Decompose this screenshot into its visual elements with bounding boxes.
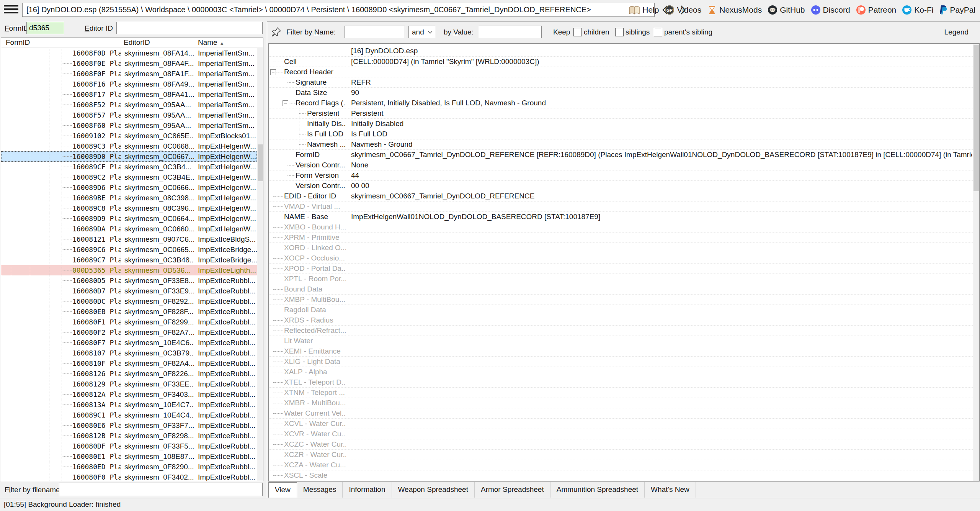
tree-row-xemi-emittance[interactable]: XEMI - Emittance: [269, 346, 973, 356]
table-row[interactable]: 16008F0E Placeskyrimesm_08FA4F...Imperia…: [1, 58, 257, 69]
tree-row-xocp-occlusio-[interactable]: XOCP - Occlusio...: [269, 253, 973, 263]
table-row[interactable]: 16009102 Placeskyrimesm_0C865E...ImpExtB…: [1, 131, 257, 141]
tree-row-xcvr-water-cu-[interactable]: XCVR - Water Cu...: [269, 429, 973, 439]
table-row[interactable]: 160089C6 Placeskyrimesm_0C0665...ImpExtI…: [1, 244, 257, 255]
table-row[interactable]: 160089BE Placeskyrimesm_08C398...ImpExtH…: [1, 193, 257, 203]
tree-row-version-contr-[interactable]: Version Contr...None: [269, 160, 973, 170]
table-row[interactable]: 160089DA Placeskyrimesm_0C0660...ImpExtH…: [1, 224, 257, 234]
tab-information[interactable]: Information: [343, 482, 392, 498]
table-row[interactable]: 160089D0 Placeskyrimesm_0C0667...ImpExtH…: [1, 151, 257, 162]
filter-value-input[interactable]: [479, 26, 542, 38]
checkbox-icon[interactable]: [573, 28, 582, 36]
table-row[interactable]: 16008121 Placeskyrimesm_0907C6...ImpExtI…: [1, 234, 257, 244]
menu-icon[interactable]: [4, 5, 18, 16]
table-row[interactable]: 160080D5 Placeskyrimesm_0F33E8...ImpExtI…: [1, 275, 257, 286]
right-scrollbar[interactable]: [973, 44, 979, 481]
tree-row-xczc-water-cur-[interactable]: XCZC - Water Cur...: [269, 439, 973, 449]
tree-row-persistent[interactable]: PersistentPersistent: [269, 108, 973, 118]
table-row[interactable]: 160089C1 Placeskyrimesm_10E4C4...ImpExtI…: [1, 410, 257, 420]
tree-row-xmbo-bound-h-[interactable]: XMBO - Bound H...: [269, 222, 973, 232]
table-row[interactable]: 16008F57 Placeskyrimesm_095AA...Imperial…: [1, 110, 257, 120]
table-row[interactable]: 1600812A Placeskyrimesm_0F3403...ImpExtI…: [1, 389, 257, 400]
link-discord[interactable]: Discord: [811, 5, 850, 15]
table-row[interactable]: 16008126 Placeskyrimesm_0F8226...ImpExtI…: [1, 369, 257, 379]
table-row[interactable]: 160080ED Placeskyrimesm_0F8290...ImpExtI…: [1, 462, 257, 472]
table-row[interactable]: 160080E6 Placeskyrimesm_0F33F7...ImpExtI…: [1, 420, 257, 431]
tree-row-water-current-vel-[interactable]: Water Current Vel...: [269, 408, 973, 418]
table-row[interactable]: 16008F0D Placeskyrimesm_08FA14...Imperia…: [1, 48, 257, 58]
pin-icon[interactable]: [271, 27, 281, 39]
tree-row-plugin[interactable]: [16] DynDOLOD.esp: [269, 46, 973, 56]
table-row[interactable]: 160089C8 Placeskyrimesm_08C396...ImpExtH…: [1, 203, 257, 213]
table-row[interactable]: 160089C7 Placeskyrimesm_0C3B48...ImpExtI…: [1, 255, 257, 265]
table-row[interactable]: 160089C3 Placeskyrimesm_0C0668...ImpExtH…: [1, 141, 257, 151]
tree-row-xord-linked-o-[interactable]: XORD - Linked O...: [269, 242, 973, 253]
table-row[interactable]: 160080DF Placeskyrimesm_0F33F5...ImpExtI…: [1, 441, 257, 451]
link-videos[interactable]: GPVideos: [665, 5, 701, 15]
breadcrumb[interactable]: [16] DynDOLOD.esp (8251555A) \ Worldspac…: [22, 3, 655, 17]
editorid-input[interactable]: [116, 22, 263, 34]
table-row[interactable]: 160080F0 Placeskyrimesm_0F3402...ImpExtI…: [1, 472, 257, 481]
keep-checkbox-parent-s-sibling[interactable]: parent's sibling: [654, 28, 712, 36]
tree-row-signature[interactable]: SignatureREFR: [269, 77, 973, 87]
table-row[interactable]: 1600812B Placeskyrimesm_0F8298...ImpExtI…: [1, 431, 257, 441]
table-row[interactable]: 16008F60 Placeskyrimesm_095AA...Imperial…: [1, 120, 257, 131]
tree-row-xcza-water-cu-[interactable]: XCZA - Water Cu...: [269, 460, 973, 470]
table-row[interactable]: 160080E1 Placeskyrimesm_108E87...ImpExtI…: [1, 451, 257, 462]
tree-row-xmbr-multibou-[interactable]: XMBR - MultiBou...: [269, 398, 973, 408]
filename-filter-input[interactable]: [59, 483, 263, 496]
link-patreon[interactable]: Patreon: [856, 5, 897, 15]
tree-row-vmad-virtual-[interactable]: VMAD - Virtual ...: [269, 201, 973, 211]
table-row[interactable]: 160089D9 Placeskyrimesm_0C0664...ImpExtH…: [1, 213, 257, 224]
tree-row-reflected-refract-[interactable]: Reflected/Refract...: [269, 325, 973, 336]
tree-row-edid-editor-id[interactable]: EDID - Editor IDskyrimesm_0C0667_Tamriel…: [269, 191, 973, 201]
keep-checkbox-children[interactable]: children: [573, 28, 611, 36]
right-scrollbar-thumb[interactable]: [973, 45, 979, 191]
table-row[interactable]: 16008129 Placeskyrimesm_0F33EE...ImpExtI…: [1, 379, 257, 389]
column-header-formid[interactable]: FormID: [6, 38, 30, 47]
tab-weapon-spreadsheet[interactable]: Weapon Spreadsheet: [392, 482, 475, 498]
table-row[interactable]: 1600813A Placeskyrimesm_10E4C7...ImpExtI…: [1, 400, 257, 410]
table-row[interactable]: 16008F17 Placeskyrimesm_08FA41...Imperia…: [1, 89, 257, 100]
table-row[interactable]: 16008F0F Placeskyrimesm_08FA1F...Imperia…: [1, 69, 257, 79]
left-scrollbar-thumb[interactable]: [258, 144, 263, 181]
legend-button[interactable]: Legend: [944, 28, 969, 36]
link-ko-fi[interactable]: Ko-Fi: [902, 5, 933, 15]
table-row[interactable]: 16008F16 Placeskyrimesm_08FA49...Imperia…: [1, 79, 257, 89]
tree-row-xmbp-multibou-[interactable]: XMBP - MultiBou...: [269, 294, 973, 305]
tree-row-xpod-portal-da-[interactable]: XPOD - Portal Da...: [269, 263, 973, 274]
tree-row-xptl-room-por-[interactable]: XPTL - Room Por...: [269, 274, 973, 284]
table-row[interactable]: 160080EB Placeskyrimesm_0F828F...ImpExtI…: [1, 306, 257, 317]
tree-row-xtnm-teleport-[interactable]: XTNM - Teleport ...: [269, 387, 973, 398]
table-row[interactable]: 160089C2 Placeskyrimesm_0C3B4E...ImpExtH…: [1, 172, 257, 182]
tab-messages[interactable]: Messages: [297, 482, 343, 498]
collapse-icon[interactable]: [270, 69, 276, 75]
link-paypal[interactable]: PayPal: [939, 5, 975, 15]
link-nexusmods[interactable]: NexusMods: [707, 5, 762, 15]
tree-row-xczr-water-cur-[interactable]: XCZR - Water Cur...: [269, 449, 973, 460]
tree-row-data-size[interactable]: Data Size90: [269, 87, 973, 98]
filter-operator-select[interactable]: and: [408, 26, 435, 38]
tab-what-s-new[interactable]: What's New: [645, 482, 696, 498]
tree-row-version-contr-[interactable]: Version Contr...00 00: [269, 180, 973, 191]
tab-ammunition-spreadsheet[interactable]: Ammunition Spreadsheet: [550, 482, 645, 498]
left-scrollbar[interactable]: [257, 48, 263, 481]
table-row[interactable]: 160080F2 Placeskyrimesm_0F82A7...ImpExtI…: [1, 327, 257, 337]
tree-row-ragdoll-data[interactable]: Ragdoll Data: [269, 305, 973, 315]
tree-row-xtel-teleport-d-[interactable]: XTEL - Teleport D...: [269, 377, 973, 387]
tree-row-xlig-light-data[interactable]: XLIG - Light Data: [269, 356, 973, 367]
tree-row-xcvl-water-cur-[interactable]: XCVL - Water Cur...: [269, 418, 973, 429]
table-row[interactable]: 160080D7 Placeskyrimesm_0F33E9...ImpExtI…: [1, 286, 257, 296]
column-header-name[interactable]: Name▲: [198, 38, 224, 47]
table-row[interactable]: 160080DC Placeskyrimesm_0F8292...ImpExtI…: [1, 296, 257, 306]
tree-row-record-flags-[interactable]: Record Flags (...Persistent, Initially D…: [269, 98, 973, 108]
checkbox-icon[interactable]: [654, 28, 662, 36]
tree-row-form-version[interactable]: Form Version44: [269, 170, 973, 180]
table-row[interactable]: 160089D6 Placeskyrimesm_0C0666...ImpExtH…: [1, 182, 257, 193]
tree-row-name-base[interactable]: NAME - BaseImpExtHelgenWall01NOLOD_DynDO…: [269, 211, 973, 222]
table-row[interactable]: 16008F52 Placeskyrimesm_095AA...Imperial…: [1, 100, 257, 110]
tree-row-navmesh-[interactable]: Navmesh ...Navmesh - Ground: [269, 139, 973, 149]
link-help[interactable]: Help: [629, 5, 659, 15]
tree-row-xalp-alpha[interactable]: XALP - Alpha: [269, 367, 973, 377]
column-divider[interactable]: [347, 44, 347, 481]
